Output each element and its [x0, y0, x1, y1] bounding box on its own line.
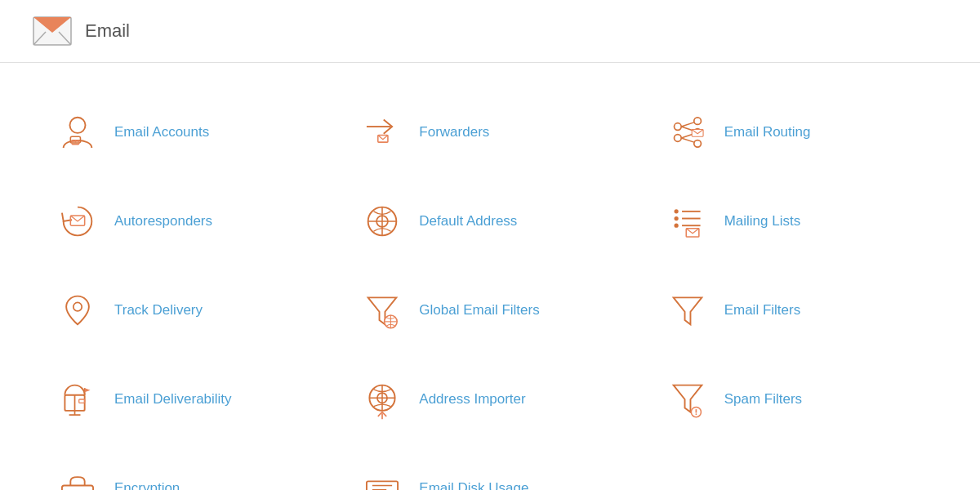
- address-importer-icon: [354, 372, 411, 425]
- svg-marker-41: [85, 388, 91, 392]
- autoresponders-label: Autoresponders: [114, 213, 212, 229]
- spam-filters-label: Spam Filters: [724, 391, 802, 408]
- mailing-lists-item[interactable]: Mailing Lists: [643, 176, 947, 265]
- email-header-icon: [33, 16, 72, 46]
- autoresponders-icon: [49, 194, 106, 247]
- forwarders-label: Forwarders: [419, 124, 489, 140]
- email-disk-usage-item[interactable]: Email Disk Usage: [337, 443, 642, 490]
- spam-filters-icon: [659, 372, 716, 425]
- autoresponders-item[interactable]: Autoresponders: [33, 176, 337, 265]
- svg-rect-51: [62, 485, 93, 490]
- track-delivery-icon: [49, 283, 106, 336]
- address-importer-item[interactable]: Address Importer: [337, 354, 642, 443]
- email-deliverability-label: Email Deliverability: [114, 391, 232, 408]
- email-routing-item[interactable]: Email Routing: [643, 87, 947, 176]
- email-accounts-item[interactable]: Email Accounts: [33, 87, 337, 176]
- svg-point-22: [674, 209, 678, 213]
- forwarders-icon: [354, 105, 411, 158]
- address-importer-label: Address Importer: [419, 391, 525, 408]
- forwarders-item[interactable]: Forwarders: [337, 87, 642, 176]
- svg-marker-34: [673, 297, 702, 324]
- email-disk-usage-label: Email Disk Usage: [419, 480, 528, 491]
- svg-point-24: [674, 216, 678, 220]
- email-accounts-label: Email Accounts: [114, 124, 209, 140]
- page-header: Email: [0, 0, 980, 63]
- email-filters-label: Email Filters: [724, 302, 801, 318]
- encryption-icon: [49, 461, 106, 490]
- svg-line-15: [681, 137, 694, 141]
- svg-point-29: [74, 302, 82, 310]
- encryption-label: Encryption: [114, 480, 180, 491]
- svg-point-2: [69, 117, 85, 132]
- global-email-filters-item[interactable]: Global Email Filters: [337, 265, 642, 354]
- svg-point-9: [693, 140, 701, 147]
- svg-rect-39: [79, 399, 85, 403]
- mailing-lists-icon: [659, 194, 716, 247]
- svg-point-10: [674, 122, 681, 130]
- email-routing-icon: [659, 105, 716, 158]
- default-address-label: Default Address: [419, 213, 517, 229]
- default-address-item[interactable]: Default Address: [337, 176, 642, 265]
- global-email-filters-label: Global Email Filters: [419, 302, 539, 318]
- default-address-icon: [354, 194, 411, 247]
- email-filters-item[interactable]: Email Filters: [643, 265, 947, 354]
- email-disk-usage-icon: [354, 461, 411, 490]
- track-delivery-label: Track Delivery: [114, 302, 203, 318]
- email-filters-icon: [659, 283, 716, 336]
- global-email-filters-icon: [354, 283, 411, 336]
- svg-point-7: [693, 117, 701, 124]
- svg-line-12: [681, 122, 694, 126]
- items-grid: Email Accounts Forwarders: [0, 63, 980, 490]
- svg-point-26: [674, 223, 678, 227]
- spam-filters-item[interactable]: Spam Filters: [643, 354, 947, 443]
- email-deliverability-item[interactable]: Email Deliverability: [33, 354, 337, 443]
- svg-point-50: [695, 413, 697, 415]
- email-accounts-icon: [49, 105, 106, 158]
- mailing-lists-label: Mailing Lists: [724, 213, 801, 229]
- email-routing-label: Email Routing: [724, 124, 811, 140]
- email-deliverability-icon: [49, 372, 106, 425]
- track-delivery-item[interactable]: Track Delivery: [33, 265, 337, 354]
- page-title: Email: [85, 20, 130, 42]
- encryption-item[interactable]: Encryption: [33, 443, 337, 490]
- svg-point-11: [674, 134, 681, 141]
